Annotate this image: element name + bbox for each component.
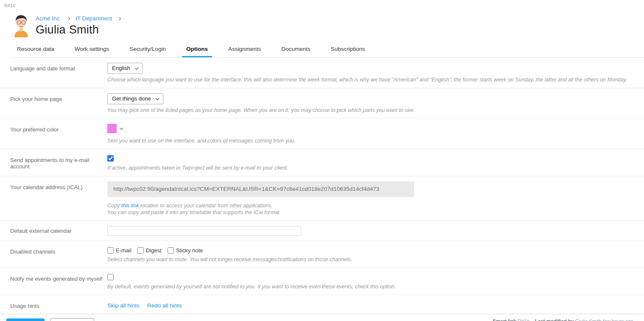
options-page: R#1# Acme Inc. IT Department Giulia Smit… <box>0 0 644 321</box>
last-modified-value: Giulia Smith <box>575 318 602 321</box>
row-external-calendar: Default external calendar <box>0 221 644 241</box>
row-send-appointments: Send appointments to my e-mail account I… <box>0 149 644 176</box>
ical-this-link[interactable]: this link <box>121 203 139 209</box>
external-calendar-label: Default external calendar <box>0 226 107 236</box>
tab-documents[interactable]: Documents <box>277 43 314 57</box>
chevron-down-icon <box>156 96 159 100</box>
notify-self-checkbox[interactable] <box>107 274 114 280</box>
chevron-right-icon <box>67 17 70 20</box>
disabled-channels-help: Select channels you want to mute. You wi… <box>107 256 636 263</box>
tab-work-settings[interactable]: Work settings <box>70 43 114 57</box>
ical-help-post: location to access your calendar from ot… <box>139 203 272 209</box>
disabled-channels-group: E-mail Digest Sticky note <box>107 246 636 254</box>
all-options-button[interactable]: All options <box>50 318 94 321</box>
smart-link-value: R#1# <box>518 318 529 321</box>
row-preferred-color: Your preferred color Skin you want to us… <box>0 119 644 149</box>
homepage-label: Pick your home page <box>0 93 107 114</box>
chevron-right-icon <box>118 17 121 20</box>
channel-digest[interactable]: Digest <box>137 247 162 254</box>
ical-help-line2: You can copy and paste it into any timet… <box>107 209 281 215</box>
channel-email-label: E-mail <box>116 247 132 254</box>
ical-url-box[interactable]: http://twpc02:90/agendaInIcal.ics?CM=EXT… <box>107 181 414 197</box>
page-ref: R#1# <box>4 3 15 8</box>
language-help: Choose which language you want to use fo… <box>107 76 636 83</box>
header-text: Acme Inc. IT Department Giulia Smith <box>36 14 126 36</box>
smart-link-label: Smart link <box>493 318 516 321</box>
page-title: Giulia Smith <box>36 23 126 36</box>
language-select[interactable]: English <box>107 63 143 74</box>
channel-sticky-note-checkbox[interactable] <box>168 247 174 254</box>
homepage-help: You may pick one of the listed pages as … <box>107 107 636 114</box>
row-homepage: Pick your home page Get things done You … <box>0 88 644 119</box>
options-form: Language and date format English Choose … <box>0 58 644 314</box>
tab-assignments[interactable]: Assignments <box>224 43 265 57</box>
channel-digest-label: Digest <box>146 247 162 254</box>
color-swatch[interactable] <box>107 124 117 133</box>
external-calendar-input[interactable] <box>107 226 301 236</box>
language-label: Language and date format <box>0 63 107 83</box>
notify-self-label: Notify me events generated by myself <box>0 273 107 290</box>
homepage-select-value: Get things done <box>112 95 151 102</box>
tab-options[interactable]: Options <box>182 43 212 57</box>
row-disabled-channels: Disabled channels E-mail Digest Sticky n… <box>0 241 644 268</box>
redo-all-hints-link[interactable]: Redo all hints <box>147 302 182 309</box>
channel-email[interactable]: E-mail <box>107 247 132 254</box>
channel-sticky-note[interactable]: Sticky note <box>168 247 203 254</box>
ical-help: Copy this link location to access your c… <box>107 202 636 216</box>
last-modified-label: Last modified by <box>535 318 574 321</box>
channel-digest-checkbox[interactable] <box>137 247 144 254</box>
chevron-down-icon <box>134 66 138 69</box>
ical-address-label: Your calendar address (ICAL) <box>0 181 107 216</box>
language-select-value: English <box>112 65 130 71</box>
skip-all-hints-link[interactable]: Skip all hints <box>107 302 140 309</box>
homepage-select[interactable]: Get things done <box>107 93 163 104</box>
record-meta: Smart link R#1# Last modified by Giulia … <box>493 318 633 321</box>
chevron-down-icon <box>120 126 123 130</box>
ical-help-pre: Copy <box>107 203 121 209</box>
send-appointments-help: If active, appointments taken in Twproje… <box>107 165 636 171</box>
save-button[interactable]: ✔ Save <box>6 318 45 321</box>
tab-subscriptions[interactable]: Subscriptions <box>326 43 369 57</box>
tab-security-login[interactable]: Security/Login <box>125 43 170 57</box>
color-picker[interactable] <box>107 124 123 133</box>
usage-hints-links: Skip all hints Redo all hints <box>107 300 636 309</box>
preferred-color-label: Your preferred color <box>0 124 107 144</box>
meta-line-1: Smart link R#1# Last modified by Giulia … <box>493 318 633 321</box>
resource-header: Acme Inc. IT Department Giulia Smith <box>0 0 644 37</box>
notify-self-help: By default, events generated by yourself… <box>107 283 636 290</box>
usage-hints-label: Usage hints <box>0 300 107 309</box>
disabled-channels-label: Disabled channels <box>0 246 107 263</box>
send-appointments-checkbox[interactable] <box>107 155 114 162</box>
tab-bar: Resource data Work settings Security/Log… <box>13 43 644 58</box>
breadcrumb-link-department[interactable]: IT Department <box>76 15 112 22</box>
footer-bar: ✔ Save All options Smart link R#1# Last … <box>0 314 644 321</box>
channel-sticky-note-label: Sticky note <box>176 247 203 254</box>
breadcrumb-link-company[interactable]: Acme Inc. <box>36 15 61 22</box>
row-usage-hints: Usage hints Skip all hints Redo all hint… <box>0 295 644 314</box>
tab-resource-data[interactable]: Resource data <box>13 43 59 57</box>
row-language: Language and date format English Choose … <box>0 58 644 88</box>
avatar <box>12 14 31 37</box>
row-ical-address: Your calendar address (ICAL) http://twpc… <box>0 176 644 221</box>
send-appointments-label: Send appointments to my e-mail account <box>0 154 107 171</box>
breadcrumb: Acme Inc. IT Department <box>36 15 126 22</box>
row-notify-self: Notify me events generated by myself By … <box>0 268 644 295</box>
preferred-color-help: Skin you want to use on the interface, a… <box>107 137 636 144</box>
last-modified-time: few hours ago <box>603 318 633 321</box>
channel-email-checkbox[interactable] <box>107 247 114 254</box>
